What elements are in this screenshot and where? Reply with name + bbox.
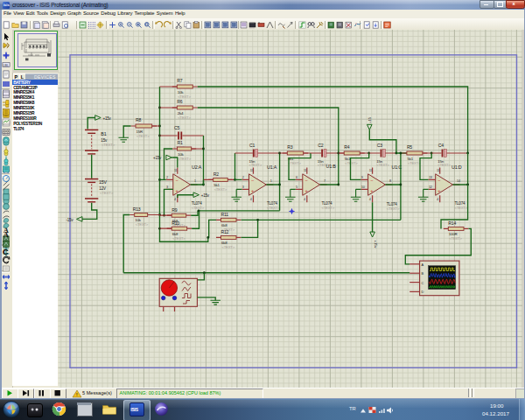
svg-text:<TEXT>: <TEXT> [222,245,235,249]
svg-text:−: − [251,178,254,183]
svg-text:<TEXT>: <TEXT> [408,161,421,165]
svg-text:<TEXT>: <TEXT> [345,161,358,165]
svg-text:+15v: +15v [201,193,210,198]
svg-text:TL074: TL074 [455,201,466,206]
svg-text:R2: R2 [214,172,219,177]
svg-text:R10: R10 [172,220,179,226]
svg-text:11: 11 [437,169,440,172]
svg-text:TL074: TL074 [267,201,277,206]
svg-text:2: 2 [242,176,244,179]
svg-text:C: C [421,281,424,285]
svg-text:R4: R4 [344,144,349,150]
svg-text:R7: R7 [177,78,182,83]
svg-text:+15v: +15v [374,241,378,249]
svg-text:5: 5 [296,186,298,189]
svg-text:D: D [421,290,424,294]
svg-text:3: 3 [242,186,244,189]
svg-text:−: − [304,178,307,183]
svg-text:R13: R13 [133,206,141,212]
svg-text:+: + [251,188,254,193]
svg-text:C3: C3 [377,143,382,148]
svg-text:<TEXT>: <TEXT> [249,163,262,167]
svg-text:-15v: -15v [66,218,74,222]
svg-text:<TEXT>: <TEXT> [102,143,116,147]
svg-text:+15: +15 [368,116,372,123]
svg-text:<TEXT>: <TEXT> [178,157,192,161]
svg-text:<TEXT>: <TEXT> [387,206,400,211]
svg-text:−: − [370,178,373,183]
svg-text:R9: R9 [172,207,177,213]
svg-text:3: 3 [166,186,168,189]
svg-text:R14: R14 [448,220,456,226]
svg-text:+: + [175,188,178,193]
svg-text:<TEXT>: <TEXT> [438,163,451,167]
svg-text:11: 11 [304,169,307,172]
svg-text:R12: R12 [221,229,229,234]
svg-text:U1:B: U1:B [326,164,337,169]
svg-text:TL074: TL074 [322,201,332,206]
svg-text:<TEXT>: <TEXT> [172,236,186,241]
svg-text:U1:D: U1:D [452,164,462,170]
svg-text:+: + [438,188,440,193]
svg-text:R3: R3 [287,144,292,150]
svg-text:C5: C5 [174,125,179,130]
svg-text:TL074: TL074 [192,201,202,206]
svg-text:12V: 12V [99,186,107,191]
svg-text:R1: R1 [178,140,183,145]
svg-text:U1:A: U1:A [267,164,277,170]
svg-text:<TEXT>: <TEXT> [178,116,191,120]
svg-text:15V: 15V [99,179,107,185]
svg-text:<TEXT>: <TEXT> [455,206,468,210]
svg-text:4: 4 [437,198,438,201]
svg-text:13: 13 [429,176,432,179]
svg-text:11: 11 [174,169,178,172]
svg-text:<TEXT>: <TEXT> [449,236,462,241]
svg-text:4: 4 [250,198,252,201]
svg-text:+15v: +15v [103,116,112,121]
svg-text:10: 10 [361,186,365,189]
svg-text:7: 7 [324,179,326,183]
svg-text:C2: C2 [318,143,323,148]
svg-text:<TEXT>: <TEXT> [288,161,301,165]
svg-text:14: 14 [457,179,460,183]
svg-text:+: + [304,188,307,193]
svg-text:R11: R11 [221,212,229,217]
svg-text:11: 11 [250,169,254,172]
svg-text:4: 4 [304,198,305,201]
svg-text:R8: R8 [136,117,141,122]
svg-text:C1: C1 [249,143,255,148]
svg-text:U2:A: U2:A [192,164,202,170]
svg-text:+15v: +15v [153,156,162,160]
svg-text:4: 4 [174,198,176,201]
svg-text:C4: C4 [438,143,444,148]
svg-text:12: 12 [429,186,432,189]
svg-text:<TEXT>: <TEXT> [136,222,149,227]
svg-text:−: − [438,178,440,183]
svg-text:4: 4 [369,198,371,201]
svg-text:1: 1 [270,179,272,183]
svg-text:2: 2 [166,176,168,179]
svg-text:15v: 15v [101,138,108,143]
svg-text:TL074: TL074 [387,202,397,206]
svg-text:1: 1 [194,179,196,183]
svg-text:<TEXT>: <TEXT> [178,94,191,99]
svg-text:<TEXT>: <TEXT> [136,134,150,138]
svg-text:9: 9 [361,176,363,179]
svg-text:<TEXT>: <TEXT> [214,187,228,192]
svg-text:11: 11 [369,169,373,172]
svg-text:+: + [370,188,373,193]
svg-text:6: 6 [296,176,298,179]
svg-text:−: − [175,178,178,183]
svg-text:<TEXT>: <TEXT> [267,206,280,210]
svg-text:R6: R6 [177,99,182,104]
svg-text:B1: B1 [101,131,106,136]
svg-text:R5: R5 [407,144,412,150]
svg-text:<TEXT>: <TEXT> [192,206,205,210]
svg-text:<TEXT>: <TEXT> [376,163,389,167]
svg-text:8: 8 [389,179,391,183]
svg-text:<TEXT>: <TEXT> [100,191,114,195]
svg-text:<TEXT>: <TEXT> [322,206,335,210]
